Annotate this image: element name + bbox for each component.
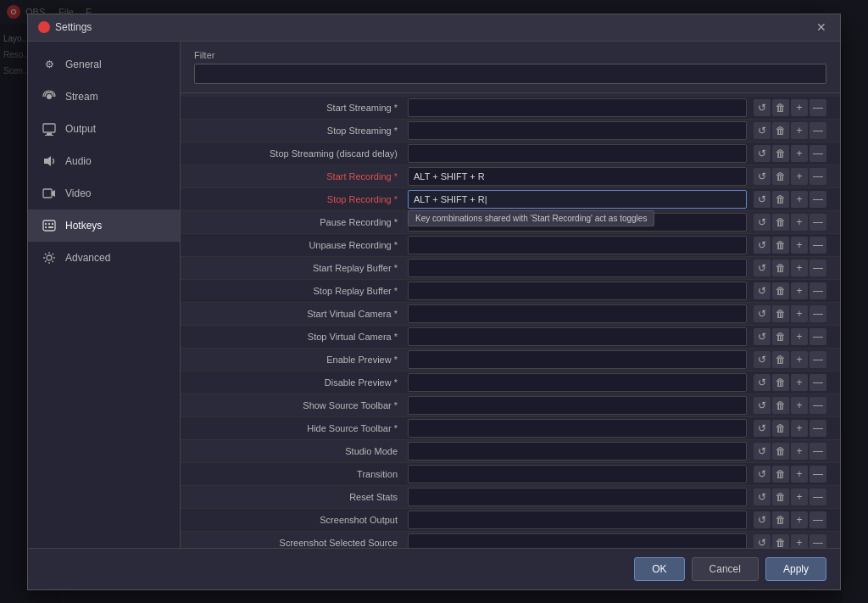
delete-button[interactable]: 🗑	[772, 420, 789, 437]
add-button[interactable]: +	[791, 237, 808, 254]
reset-button[interactable]: ↺	[754, 237, 771, 254]
reset-button[interactable]: ↺	[754, 145, 771, 162]
reset-button[interactable]: ↺	[754, 214, 771, 231]
delete-button[interactable]: 🗑	[772, 374, 789, 391]
reset-button[interactable]: ↺	[754, 443, 771, 460]
hotkey-input[interactable]	[408, 488, 747, 506]
reset-button[interactable]: ↺	[754, 99, 771, 116]
reset-button[interactable]: ↺	[754, 511, 771, 528]
add-button[interactable]: +	[791, 168, 808, 185]
remove-button[interactable]: —	[810, 443, 826, 460]
reset-button[interactable]: ↺	[754, 374, 771, 391]
add-button[interactable]: +	[791, 99, 808, 116]
remove-button[interactable]: —	[810, 145, 826, 162]
reset-button[interactable]: ↺	[754, 397, 771, 414]
sidebar-item-hotkeys[interactable]: Hotkeys	[28, 209, 180, 242]
hotkey-input[interactable]	[408, 327, 747, 346]
add-button[interactable]: +	[791, 260, 808, 276]
hotkey-input[interactable]	[408, 442, 747, 461]
add-button[interactable]: +	[791, 534, 808, 548]
add-button[interactable]: +	[791, 328, 808, 345]
remove-button[interactable]: —	[810, 191, 826, 208]
reset-button[interactable]: ↺	[754, 260, 771, 276]
hotkey-input[interactable]	[408, 465, 747, 483]
delete-button[interactable]: 🗑	[772, 489, 789, 505]
sidebar-item-advanced[interactable]: Advanced	[28, 242, 180, 274]
delete-button[interactable]: 🗑	[772, 168, 789, 185]
sidebar-item-audio[interactable]: Audio	[28, 145, 180, 177]
reset-button[interactable]: ↺	[754, 305, 771, 322]
delete-button[interactable]: 🗑	[772, 282, 789, 299]
delete-button[interactable]: 🗑	[772, 351, 789, 368]
add-button[interactable]: +	[791, 145, 808, 162]
reset-button[interactable]: ↺	[754, 328, 771, 345]
reset-button[interactable]: ↺	[754, 420, 771, 437]
delete-button[interactable]: 🗑	[772, 397, 789, 414]
delete-button[interactable]: 🗑	[772, 260, 789, 276]
reset-button[interactable]: ↺	[754, 122, 771, 139]
hotkey-input[interactable]	[408, 396, 747, 415]
delete-button[interactable]: 🗑	[772, 214, 789, 231]
hotkey-input[interactable]	[408, 373, 747, 392]
delete-button[interactable]: 🗑	[772, 99, 789, 116]
add-button[interactable]: +	[791, 214, 808, 231]
add-button[interactable]: +	[791, 305, 808, 322]
remove-button[interactable]: —	[810, 351, 826, 368]
add-button[interactable]: +	[791, 191, 808, 208]
remove-button[interactable]: —	[810, 122, 826, 139]
reset-button[interactable]: ↺	[754, 466, 771, 483]
delete-button[interactable]: 🗑	[772, 466, 789, 483]
remove-button[interactable]: —	[810, 282, 826, 299]
add-button[interactable]: +	[791, 397, 808, 414]
dialog-close-button[interactable]: ✕	[813, 19, 830, 36]
remove-button[interactable]: —	[810, 466, 826, 483]
delete-button[interactable]: 🗑	[772, 237, 789, 254]
sidebar-item-video[interactable]: Video	[28, 177, 180, 209]
add-button[interactable]: +	[791, 489, 808, 505]
remove-button[interactable]: —	[810, 511, 826, 528]
remove-button[interactable]: —	[810, 237, 826, 254]
add-button[interactable]: +	[791, 122, 808, 139]
delete-button[interactable]: 🗑	[772, 122, 789, 139]
ok-button[interactable]: OK	[634, 557, 684, 581]
reset-button[interactable]: ↺	[754, 282, 771, 299]
delete-button[interactable]: 🗑	[772, 145, 789, 162]
remove-button[interactable]: —	[810, 420, 826, 437]
reset-button[interactable]: ↺	[754, 351, 771, 368]
delete-button[interactable]: 🗑	[772, 511, 789, 528]
delete-button[interactable]: 🗑	[772, 443, 789, 460]
sidebar-item-stream[interactable]: Stream	[28, 81, 180, 113]
hotkey-input[interactable]	[408, 511, 747, 529]
remove-button[interactable]: —	[810, 305, 826, 322]
hotkey-input[interactable]	[408, 419, 747, 438]
apply-button[interactable]: Apply	[765, 557, 826, 581]
delete-button[interactable]: 🗑	[772, 534, 789, 548]
remove-button[interactable]: —	[810, 260, 826, 276]
hotkey-input[interactable]	[408, 350, 747, 369]
reset-button[interactable]: ↺	[754, 534, 771, 548]
sidebar-item-general[interactable]: ⚙ General	[28, 48, 180, 81]
hotkey-input[interactable]	[408, 304, 747, 323]
hotkey-input[interactable]	[408, 144, 747, 163]
remove-button[interactable]: —	[810, 168, 826, 185]
add-button[interactable]: +	[791, 443, 808, 460]
add-button[interactable]: +	[791, 374, 808, 391]
add-button[interactable]: +	[791, 282, 808, 299]
remove-button[interactable]: —	[810, 489, 826, 505]
hotkey-input[interactable]	[408, 167, 747, 186]
hotkey-input[interactable]	[408, 121, 747, 140]
delete-button[interactable]: 🗑	[772, 191, 789, 208]
hotkey-input[interactable]	[408, 98, 747, 117]
cancel-button[interactable]: Cancel	[692, 557, 759, 581]
remove-button[interactable]: —	[810, 397, 826, 414]
add-button[interactable]: +	[791, 511, 808, 528]
delete-button[interactable]: 🗑	[772, 328, 789, 345]
hotkey-input[interactable]	[408, 236, 747, 254]
hotkey-input[interactable]	[408, 282, 747, 300]
hotkey-input[interactable]	[408, 533, 747, 548]
remove-button[interactable]: —	[810, 534, 826, 548]
remove-button[interactable]: —	[810, 328, 826, 345]
add-button[interactable]: +	[791, 351, 808, 368]
remove-button[interactable]: —	[810, 214, 826, 231]
reset-button[interactable]: ↺	[754, 168, 771, 185]
